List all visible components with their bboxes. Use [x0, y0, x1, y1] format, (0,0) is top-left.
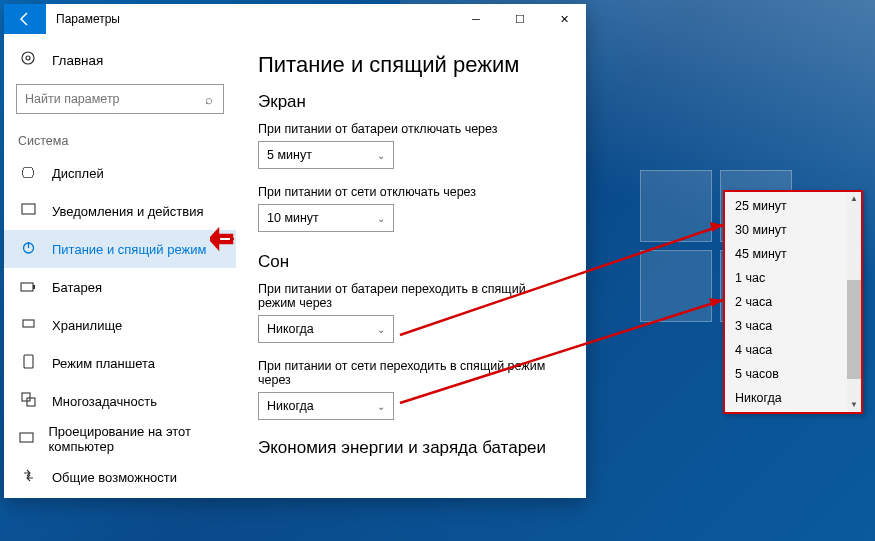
screen-section-title: Экран: [258, 92, 564, 112]
dropdown-option[interactable]: 5 часов: [725, 362, 847, 386]
back-button[interactable]: [4, 4, 46, 34]
maximize-button[interactable]: ☐: [498, 4, 542, 34]
home-button[interactable]: Главная: [4, 42, 236, 78]
select-value: Никогда: [267, 322, 314, 336]
notifications-icon: [18, 202, 38, 220]
display-icon: 🖵: [18, 165, 38, 181]
minimize-button[interactable]: ─: [454, 4, 498, 34]
sidebar-item-label: Режим планшета: [52, 356, 155, 371]
sidebar-item-shared[interactable]: Общие возможности: [4, 458, 236, 496]
window-body: Главная ⌕ Система 🖵 Дисплей Уведомления …: [4, 34, 586, 498]
sidebar-item-label: Хранилище: [52, 318, 122, 333]
svg-rect-10: [27, 398, 35, 406]
screen-plugged-select[interactable]: 10 минут ⌄: [258, 204, 394, 232]
svg-rect-2: [22, 204, 35, 214]
chevron-down-icon: ⌄: [377, 324, 385, 335]
svg-rect-5: [21, 283, 33, 291]
sidebar-item-project[interactable]: Проецирование на этот компьютер: [4, 420, 236, 458]
settings-window: Параметры ─ ☐ ✕ Главная ⌕ Система: [4, 4, 586, 498]
select-value: 5 минут: [267, 148, 312, 162]
sidebar: Главная ⌕ Система 🖵 Дисплей Уведомления …: [4, 34, 236, 498]
dropdown-popup: ▲ ▼ 25 минут30 минут45 минут1 час2 часа3…: [723, 190, 863, 414]
tablet-icon: [18, 354, 38, 372]
close-button[interactable]: ✕: [542, 4, 586, 34]
dropdown-option[interactable]: 30 минут: [725, 218, 847, 242]
search-input[interactable]: [17, 92, 195, 106]
sidebar-item-storage[interactable]: Хранилище: [4, 306, 236, 344]
dropdown-option[interactable]: 1 час: [725, 266, 847, 290]
category-label: Система: [4, 120, 236, 154]
sidebar-item-label: Дисплей: [52, 166, 104, 181]
sidebar-item-tablet[interactable]: Режим планшета: [4, 344, 236, 382]
gear-icon: [18, 50, 38, 70]
screen-plugged-label: При питании от сети отключать через: [258, 185, 564, 199]
dropdown-option[interactable]: 4 часа: [725, 338, 847, 362]
sleep-plugged-label: При питании от сети переходить в спящий …: [258, 359, 564, 387]
sidebar-item-label: Проецирование на этот компьютер: [48, 424, 222, 454]
dropdown-option[interactable]: 3 часа: [725, 314, 847, 338]
dropdown-option[interactable]: Никогда: [725, 386, 847, 410]
sleep-section-title: Сон: [258, 252, 564, 272]
svg-rect-6: [33, 285, 35, 289]
dropdown-option[interactable]: 45 минут: [725, 242, 847, 266]
storage-icon: [18, 316, 38, 334]
content-area: Питание и спящий режим Экран При питании…: [236, 34, 586, 498]
svg-rect-8: [24, 355, 33, 368]
svg-rect-11: [20, 433, 33, 442]
project-icon: [18, 430, 34, 448]
dropdown-option[interactable]: 2 часа: [725, 290, 847, 314]
sleep-plugged-select[interactable]: Никогда ⌄: [258, 392, 394, 420]
sleep-battery-select[interactable]: Никогда ⌄: [258, 315, 394, 343]
svg-point-1: [26, 56, 30, 60]
chevron-down-icon: ⌄: [377, 150, 385, 161]
svg-rect-9: [22, 393, 30, 401]
sleep-battery-label: При питании от батареи переходить в спящ…: [258, 282, 564, 310]
sidebar-item-label: Многозадачность: [52, 394, 157, 409]
scrollbar-thumb[interactable]: [847, 280, 861, 379]
sidebar-item-power[interactable]: Питание и спящий режим: [4, 230, 236, 268]
sidebar-item-label: Общие возможности: [52, 470, 177, 485]
screen-battery-select[interactable]: 5 минут ⌄: [258, 141, 394, 169]
scroll-up-icon[interactable]: ▲: [847, 192, 861, 206]
sidebar-item-notifications[interactable]: Уведомления и действия: [4, 192, 236, 230]
screen-battery-label: При питании от батареи отключать через: [258, 122, 564, 136]
sidebar-item-label: Батарея: [52, 280, 102, 295]
page-title: Питание и спящий режим: [258, 52, 564, 78]
svg-point-0: [22, 52, 34, 64]
window-title: Параметры: [46, 12, 454, 26]
battery-icon: [18, 279, 38, 295]
chevron-down-icon: ⌄: [377, 213, 385, 224]
dropdown-option[interactable]: 25 минут: [725, 194, 847, 218]
search-box[interactable]: ⌕: [16, 84, 224, 114]
select-value: Никогда: [267, 399, 314, 413]
search-icon: ⌕: [195, 92, 223, 107]
shared-icon: [18, 468, 38, 486]
chevron-down-icon: ⌄: [377, 401, 385, 412]
scroll-down-icon[interactable]: ▼: [847, 398, 861, 412]
energy-section-title: Экономия энергии и заряда батареи: [258, 438, 564, 458]
sidebar-item-label: Питание и спящий режим: [52, 242, 206, 257]
select-value: 10 минут: [267, 211, 319, 225]
titlebar: Параметры ─ ☐ ✕: [4, 4, 586, 34]
svg-rect-7: [23, 320, 34, 327]
sidebar-item-display[interactable]: 🖵 Дисплей: [4, 154, 236, 192]
home-label: Главная: [52, 53, 103, 68]
power-icon: [18, 240, 38, 258]
sidebar-item-label: Уведомления и действия: [52, 204, 204, 219]
multitask-icon: [18, 392, 38, 410]
sidebar-item-battery[interactable]: Батарея: [4, 268, 236, 306]
sidebar-item-multitask[interactable]: Многозадачность: [4, 382, 236, 420]
window-controls: ─ ☐ ✕: [454, 4, 586, 34]
search-wrapper: ⌕: [4, 78, 236, 120]
